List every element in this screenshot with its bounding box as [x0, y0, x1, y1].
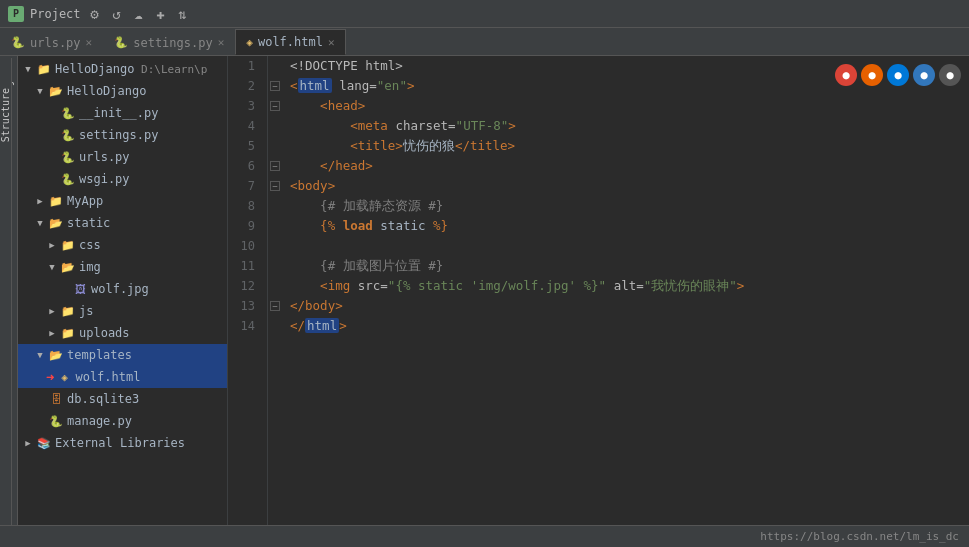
urls-py-label: urls.py — [79, 150, 130, 164]
line-num-4: 4 — [228, 116, 261, 136]
jpg-icon-wolf: 🖼 — [72, 281, 88, 297]
static-label: static — [67, 216, 110, 230]
line-num-3: 3 — [228, 96, 261, 116]
tree-urls-py[interactable]: 🐍 urls.py — [18, 146, 227, 168]
py-icon-settings: 🐍 — [114, 36, 128, 49]
line-num-8: 8 — [228, 196, 261, 216]
arrow-uploads: ▶ — [46, 327, 58, 339]
folder-icon-templates: 📂 — [48, 347, 64, 363]
refresh-btn[interactable]: ↺ — [109, 6, 125, 22]
project-icon: P — [8, 6, 24, 22]
fold-13[interactable]: − — [268, 296, 282, 316]
tree-manage-py[interactable]: 🐍 manage.py — [18, 410, 227, 432]
tree-external-libraries[interactable]: ▶ 📚 External Libraries — [18, 432, 227, 454]
arrow-img: ▼ — [46, 261, 58, 273]
folder-icon-myapp: 📁 — [48, 193, 64, 209]
line-num-5: 5 — [228, 136, 261, 156]
structure-sidebar: Structure — [0, 58, 12, 525]
project-tree: ▼ 📁 HelloDjango D:\Learn\p ▼ 📂 HelloDjan… — [18, 56, 228, 525]
tree-wsgi[interactable]: 🐍 wsgi.py — [18, 168, 227, 190]
fold-btn-2[interactable]: − — [270, 81, 280, 91]
line-num-14: 14 — [228, 316, 261, 336]
db-sqlite3-label: db.sqlite3 — [67, 392, 139, 406]
tree-templates[interactable]: ▼ 📂 templates — [18, 344, 227, 366]
code-line-9: {% load static %} — [290, 216, 969, 236]
tree-static[interactable]: ▼ 📂 static — [18, 212, 227, 234]
tab-urls-label: urls.py — [30, 36, 81, 50]
upload-btn[interactable]: ☁ — [131, 6, 147, 22]
title-bar: P Project ⚙ ↺ ☁ ✚ ⇅ — [0, 0, 969, 28]
code-area[interactable]: <!DOCTYPE html> <html lang="en"> <head> … — [282, 56, 969, 525]
line-num-11: 11 — [228, 256, 261, 276]
tree-wolf-jpg[interactable]: 🖼 wolf.jpg — [18, 278, 227, 300]
tab-settings[interactable]: 🐍 settings.py ✕ — [103, 29, 235, 55]
sort-btn[interactable]: ⇅ — [175, 6, 191, 22]
editor-relative: ● ● ● ● ● 1 2 3 — [228, 56, 969, 525]
tree-db-sqlite3[interactable]: 🗄 db.sqlite3 — [18, 388, 227, 410]
fold-12 — [268, 276, 282, 296]
tab-wolf-close[interactable]: ✕ — [328, 36, 335, 49]
fold-6[interactable]: − — [268, 156, 282, 176]
code-line-2: <html lang="en"> — [290, 76, 969, 96]
folder-icon-static: 📂 — [48, 215, 64, 231]
code-line-7: <body> — [290, 176, 969, 196]
fold-btn-13[interactable]: − — [270, 301, 280, 311]
tree-js[interactable]: ▶ 📁 js — [18, 300, 227, 322]
tree-css[interactable]: ▶ 📁 css — [18, 234, 227, 256]
py-icon-settings-py: 🐍 — [60, 127, 76, 143]
html-icon-wolf-tree: ◈ — [56, 369, 72, 385]
add-btn[interactable]: ✚ — [153, 6, 169, 22]
settings-py-label: settings.py — [79, 128, 158, 142]
arrow-hellodjango: ▼ — [34, 85, 46, 97]
fold-2[interactable]: − — [268, 76, 282, 96]
arrow-root: ▼ — [22, 63, 34, 75]
structure-sidebar-label[interactable]: Structure — [0, 88, 11, 142]
tree-img[interactable]: ▼ 📂 img — [18, 256, 227, 278]
tab-urls[interactable]: 🐍 urls.py ✕ — [0, 29, 103, 55]
main-area: Project Structure ▼ 📁 HelloDjango D:\Lea… — [0, 56, 969, 525]
arrow-init — [46, 107, 58, 119]
py-icon-init: 🐍 — [60, 105, 76, 121]
fold-3[interactable]: − — [268, 96, 282, 116]
py-icon: 🐍 — [11, 36, 25, 49]
tree-wolf-html[interactable]: ➜ ◈ wolf.html — [18, 366, 227, 388]
line-num-9: 9 — [228, 216, 261, 236]
css-label: css — [79, 238, 101, 252]
tab-wolf-html[interactable]: ◈ wolf.html ✕ — [235, 29, 345, 55]
fold-8 — [268, 196, 282, 216]
tab-settings-close[interactable]: ✕ — [218, 36, 225, 49]
py-icon-urls-py: 🐍 — [60, 149, 76, 165]
wolf-jpg-label: wolf.jpg — [91, 282, 149, 296]
line-num-12: 12 — [228, 276, 261, 296]
line-numbers: 1 2 3 4 5 6 7 8 9 10 11 12 13 14 — [228, 56, 268, 525]
tab-bar: 🐍 urls.py ✕ 🐍 settings.py ✕ ◈ wolf.html … — [0, 28, 969, 56]
arrow-static: ▼ — [34, 217, 46, 229]
html-icon-wolf: ◈ — [246, 36, 253, 49]
myapp-label: MyApp — [67, 194, 103, 208]
tree-hellodjango[interactable]: ▼ 📂 HelloDjango — [18, 80, 227, 102]
arrow-settings-py — [46, 129, 58, 141]
code-line-1: <!DOCTYPE html> — [290, 56, 969, 76]
code-line-10 — [290, 236, 969, 256]
code-line-4: <meta charset="UTF-8"> — [290, 116, 969, 136]
red-arrow-indicator: ➜ — [46, 369, 54, 385]
tree-myapp[interactable]: ▶ 📁 MyApp — [18, 190, 227, 212]
fold-btn-3[interactable]: − — [270, 101, 280, 111]
settings-btn[interactable]: ⚙ — [87, 6, 103, 22]
fold-btn-7[interactable]: − — [270, 181, 280, 191]
tree-settings-py[interactable]: 🐍 settings.py — [18, 124, 227, 146]
manage-py-label: manage.py — [67, 414, 132, 428]
line-num-2: 2 — [228, 76, 261, 96]
arrow-js: ▶ — [46, 305, 58, 317]
fold-1 — [268, 56, 282, 76]
wolf-html-label: wolf.html — [75, 370, 140, 384]
fold-btn-6[interactable]: − — [270, 161, 280, 171]
tree-init[interactable]: 🐍 __init__.py — [18, 102, 227, 124]
fold-7[interactable]: − — [268, 176, 282, 196]
tree-uploads[interactable]: ▶ 📁 uploads — [18, 322, 227, 344]
code-line-12: <img src="{% static 'img/wolf.jpg' %}" a… — [290, 276, 969, 296]
tab-urls-close[interactable]: ✕ — [86, 36, 93, 49]
fold-5 — [268, 136, 282, 156]
code-line-6: </head> — [290, 156, 969, 176]
tree-root[interactable]: ▼ 📁 HelloDjango D:\Learn\p — [18, 58, 227, 80]
